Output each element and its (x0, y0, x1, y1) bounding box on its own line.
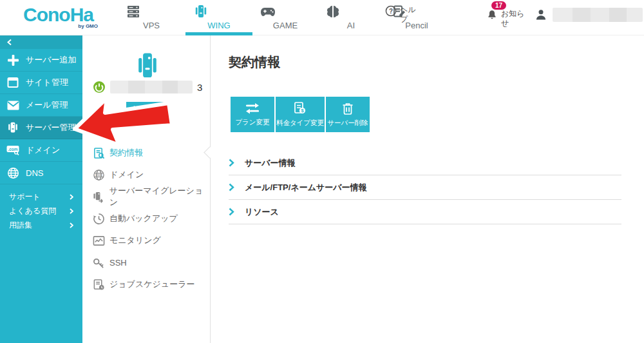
delete-server-button[interactable]: サーバー削除 (326, 97, 370, 132)
server-tower-icon (0, 121, 26, 134)
change-plan-button[interactable]: プラン変更 (231, 97, 274, 132)
change-billing-type-button[interactable]: $ 料金タイプ変更 (276, 97, 325, 132)
user-icon (535, 8, 547, 21)
button-label: プラン変更 (235, 118, 269, 127)
section-label: サーバー情報 (245, 157, 296, 169)
menu-item-server-migration[interactable]: サーバーマイグレーション (82, 186, 211, 208)
menu-item-label: サーバーマイグレーション (109, 185, 211, 208)
chevron-right-icon (70, 208, 73, 214)
contract-document-icon (93, 147, 109, 159)
svg-text:www: www (95, 173, 102, 177)
brand-name: ConoHa (23, 5, 107, 24)
menu-item-contract-info[interactable]: 契約情報 (82, 142, 211, 164)
sidebar-link-faq[interactable]: よくある質問 (0, 204, 82, 218)
info-sections: サーバー情報 メール/FTP/ネームサーバー情報 リソース (229, 151, 621, 224)
menu-item-domain[interactable]: www ドメイン (82, 164, 211, 186)
server-menu: 契約情報 www ドメイン サーバーマイグレーション 自動バックアップ (82, 142, 211, 295)
power-status-icon (93, 81, 106, 93)
sidebar-item-mail-management[interactable]: メール管理 (0, 94, 82, 117)
sidebar-item-label: サイト管理 (26, 77, 68, 88)
browser-window-icon (0, 77, 26, 88)
sidebar-link-glossary[interactable]: 用語集 (0, 218, 82, 232)
chevron-right-icon (229, 183, 234, 191)
chevron-right-icon (70, 222, 73, 228)
link-label: 用語集 (9, 220, 32, 231)
server-name-redacted (110, 81, 193, 93)
help-button[interactable]: ? ヘルプ (385, 5, 419, 24)
server-migration-icon (93, 191, 109, 203)
tab-vps[interactable]: VPS (126, 4, 177, 30)
conoha-control-panel: ConoHa by GMO VPS WING (0, 0, 644, 343)
chevron-right-icon (229, 208, 234, 216)
www-globe-icon: www (93, 169, 109, 181)
scheduler-document-icon (93, 279, 109, 291)
main-content: 契約情報 プラン変更 $ 料金タイプ変更 サーバー削除 (211, 35, 644, 343)
trash-icon (341, 102, 354, 115)
server-panel: 3 切り替え 契約情報 www ドメイン サーバーマイグレーション (82, 35, 211, 343)
swap-arrows-icon (244, 102, 261, 115)
tab-game[interactable]: GAME (260, 4, 311, 30)
menu-item-label: 契約情報 (109, 147, 143, 159)
sidebar-item-domain[interactable]: .com ドメイン (0, 139, 82, 162)
switch-server-button[interactable]: 切り替え (126, 102, 167, 117)
section-label: メール/FTP/ネームサーバー情報 (245, 182, 367, 193)
section-label: リソース (245, 206, 279, 218)
conoha-logo[interactable]: ConoHa by GMO (23, 5, 107, 29)
sidebar-item-label: サーバー追加 (26, 54, 77, 66)
globe-icon (0, 167, 26, 179)
menu-item-label: ドメイン (109, 169, 144, 181)
menu-item-monitoring[interactable]: モニタリング (82, 230, 211, 251)
sidebar-item-label: メール管理 (26, 99, 68, 111)
menu-item-job-scheduler[interactable]: ジョブスケジューラー (82, 273, 211, 295)
chevron-left-icon (6, 39, 12, 46)
wing-server-icon (193, 4, 245, 19)
tab-label: VPS (126, 21, 177, 30)
user-name-redacted (553, 8, 643, 22)
link-label: よくある質問 (9, 206, 56, 217)
action-buttons: プラン変更 $ 料金タイプ変更 サーバー削除 (231, 97, 370, 132)
sidebar-support-links: サポート よくある質問 用語集 (0, 190, 82, 232)
plus-icon (0, 55, 26, 66)
tab-ai[interactable]: AI (325, 4, 377, 30)
sidebar-collapse-button[interactable] (0, 35, 82, 49)
user-account[interactable] (535, 8, 643, 22)
notification-badge: 17 (491, 1, 506, 10)
sidebar-item-add-server[interactable]: サーバー追加 (0, 49, 82, 72)
dot-com-icon: .com (0, 145, 26, 155)
tab-wing[interactable]: WING (193, 4, 245, 30)
menu-item-label: 自動バックアップ (109, 213, 178, 224)
server-name-suffix: 3 (197, 82, 202, 93)
button-label: 料金タイプ変更 (276, 119, 324, 128)
menu-item-label: SSH (109, 258, 127, 268)
tab-label: AI (325, 21, 377, 30)
accordion-mail-ftp-nameserver-info[interactable]: メール/FTP/ネームサーバー情報 (229, 175, 621, 200)
notifications-button[interactable]: 17 お知らせ (486, 9, 528, 28)
chevron-right-icon (70, 194, 73, 200)
app-header: ConoHa by GMO VPS WING (0, 0, 644, 35)
mail-icon (0, 101, 26, 110)
page-title: 契約情報 (229, 54, 280, 71)
bell-icon: 17 (486, 9, 498, 21)
brain-icon (325, 4, 377, 19)
help-label: ヘルプ (400, 5, 419, 24)
accordion-server-info[interactable]: サーバー情報 (229, 151, 621, 175)
sidebar-item-server-management[interactable]: サーバー管理 (0, 117, 82, 139)
sidebar-link-support[interactable]: サポート (0, 190, 82, 204)
key-icon (93, 257, 109, 269)
menu-item-label: モニタリング (109, 235, 161, 246)
server-illustration-icon (136, 52, 159, 80)
menu-item-auto-backup[interactable]: 自動バックアップ (82, 208, 211, 230)
server-name-row: 3 (93, 81, 202, 93)
sidebar-item-label: DNS (26, 168, 43, 178)
menu-item-ssh[interactable]: SSH (82, 251, 211, 273)
tab-label: GAME (260, 21, 311, 30)
active-tab-indicator (185, 32, 252, 35)
question-circle-icon: ? (385, 5, 397, 17)
accordion-resources[interactable]: リソース (229, 200, 621, 224)
main-sidebar: サーバー追加 サイト管理 メール管理 サーバー管理 .com ドメイン (0, 35, 82, 343)
sidebar-item-label: サーバー管理 (26, 122, 77, 133)
sidebar-item-site-management[interactable]: サイト管理 (0, 72, 82, 94)
button-label: サーバー削除 (327, 119, 368, 128)
sidebar-item-dns[interactable]: DNS (0, 162, 82, 184)
invoice-dollar-icon: $ (293, 101, 307, 115)
